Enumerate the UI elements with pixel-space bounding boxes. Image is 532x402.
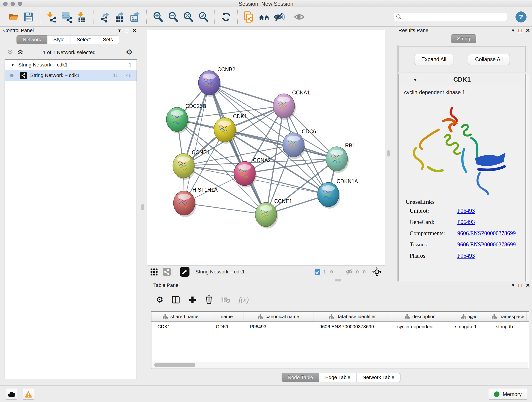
- node-label: CCNB1: [192, 149, 210, 155]
- cell-database-identifier: 9606.ENSP00000378699: [313, 322, 391, 332]
- cell-shared-name: CDK1: [152, 322, 210, 332]
- network-label: String Network – cdk1: [30, 72, 80, 78]
- crosslink-value-link[interactable]: 9606.ENSP00000378699: [457, 230, 516, 236]
- tab-network[interactable]: Network: [17, 35, 47, 44]
- column-header-description[interactable]: description: [391, 312, 449, 321]
- delete-table-icon: [221, 296, 231, 303]
- warning-button[interactable]: [23, 389, 34, 400]
- network-node-cdkn1a[interactable]: CDKN1A: [317, 178, 358, 209]
- tab-network-table[interactable]: Network Table: [356, 373, 400, 382]
- column-header-namespace[interactable]: namespace: [490, 312, 526, 321]
- save-floppy-icon: [23, 12, 34, 22]
- tab-string[interactable]: String: [451, 34, 476, 43]
- panel-float-icon[interactable]: □: [519, 27, 522, 34]
- export-image-button[interactable]: [128, 10, 141, 24]
- network-edge[interactable]: [184, 203, 266, 215]
- crosshair-icon[interactable]: [372, 267, 382, 277]
- expand-all-button[interactable]: Expand All: [414, 54, 453, 65]
- panel-close-icon[interactable]: ×: [526, 282, 530, 289]
- tab-style[interactable]: Style: [47, 35, 71, 44]
- results-scrollbar[interactable]: [526, 74, 529, 287]
- crosslink-value-link[interactable]: 9606.ENSP00000378699: [457, 241, 516, 248]
- tab-sets[interactable]: Sets: [97, 35, 119, 44]
- panel-float-icon[interactable]: □: [519, 282, 522, 289]
- birdseye-view-button[interactable]: [180, 267, 190, 277]
- zoom-fit-button[interactable]: [182, 10, 195, 24]
- refresh-button[interactable]: [220, 10, 233, 24]
- help-button[interactable]: ?: [515, 12, 526, 22]
- panel-float-icon[interactable]: □: [125, 27, 128, 34]
- column-header-database-identifier[interactable]: database identifier: [313, 312, 391, 321]
- save-session-button[interactable]: [22, 10, 35, 24]
- cell-namespace: stringdb: [490, 322, 526, 332]
- network-edge[interactable]: [184, 83, 209, 203]
- hide-selected-button[interactable]: [273, 10, 286, 24]
- refresh-icon: [221, 12, 231, 22]
- network-collection-row[interactable]: ▼ String Network – cdk1 1: [5, 60, 137, 70]
- tab-node-table[interactable]: Node Table: [282, 373, 319, 382]
- columns-icon[interactable]: [171, 295, 180, 304]
- table-hscrollbar[interactable]: [152, 362, 528, 368]
- left-splitter-handle[interactable]: [141, 204, 144, 211]
- search-icon: [396, 14, 402, 20]
- open-session-button[interactable]: [7, 10, 20, 24]
- network-node-cdk1[interactable]: CDK1: [214, 114, 247, 144]
- gear-icon[interactable]: ⚙: [156, 295, 163, 305]
- panel-collapse-icon[interactable]: ▾: [512, 282, 514, 289]
- memory-button[interactable]: Memory: [489, 389, 527, 400]
- network-edge[interactable]: [209, 83, 266, 215]
- grid-view-icon[interactable]: [150, 268, 158, 276]
- hscrollbar-thumb[interactable]: [154, 363, 196, 367]
- panel-close-icon[interactable]: ×: [526, 27, 530, 34]
- network-node-cdc25b[interactable]: CDC25B: [166, 103, 206, 133]
- column-header-canonical-name[interactable]: canonical name: [244, 312, 313, 321]
- import-network-database-button[interactable]: [60, 10, 73, 24]
- network-node-ccna1[interactable]: CCNA1: [273, 89, 310, 120]
- trash-icon[interactable]: [205, 295, 213, 304]
- selected-checkbox-icon[interactable]: [314, 269, 321, 275]
- show-all-button[interactable]: [293, 10, 306, 24]
- cloud-button[interactable]: [6, 389, 17, 400]
- hidden-eye-icon[interactable]: [345, 268, 353, 275]
- collapse-all-button[interactable]: Collapse All: [468, 54, 510, 65]
- tree-expand-icon[interactable]: ▼: [11, 63, 15, 67]
- export-network-button[interactable]: [98, 10, 111, 24]
- zoom-in-button[interactable]: [152, 10, 164, 24]
- network-node-hist1h1a[interactable]: HIST1H1A: [173, 187, 218, 217]
- import-table-button[interactable]: [75, 10, 88, 24]
- network-graph[interactable]: CCNB2 CCNA1 CDC25B CDK1 CDC6 RB1 CCNB1: [147, 30, 385, 265]
- network-node-rb1[interactable]: RB1: [326, 143, 355, 173]
- column-header--id[interactable]: @id: [449, 312, 490, 321]
- import-network-file-button[interactable]: [45, 10, 58, 24]
- table-tabs: Node TableEdge TableNetwork Table: [150, 373, 532, 382]
- network-canvas[interactable]: CCNB2 CCNA1 CDC25B CDK1 CDC6 RB1 CCNB1: [147, 30, 385, 265]
- protein-name: CDK1: [399, 76, 525, 83]
- gear-icon[interactable]: ⚙: [126, 48, 133, 56]
- network-node-ccnb2[interactable]: CCNB2: [198, 66, 235, 97]
- duplicate-network-button[interactable]: [243, 10, 255, 24]
- duplicate-network-icon: [243, 11, 255, 23]
- crosslink-label: Compartments:: [410, 230, 457, 236]
- panel-collapse-icon[interactable]: ▾: [512, 27, 514, 34]
- crosslink-value-link[interactable]: P06493: [457, 208, 475, 214]
- add-icon[interactable]: [188, 295, 197, 304]
- first-neighbors-button[interactable]: [258, 10, 271, 24]
- tab-select[interactable]: Select: [71, 35, 97, 44]
- panel-close-icon[interactable]: ×: [133, 27, 136, 34]
- table-row[interactable]: CDK1CDK1P064939606.ENSP00000378699cyclin…: [152, 322, 529, 332]
- zoom-out-button[interactable]: [167, 10, 179, 24]
- network-row-selected[interactable]: String Network – cdk1 11 48: [5, 70, 137, 81]
- search-input[interactable]: [394, 13, 507, 21]
- column-header-name[interactable]: name: [210, 312, 244, 321]
- zoom-selected-button[interactable]: [197, 10, 210, 24]
- right-splitter-handle[interactable]: [387, 150, 390, 157]
- export-table-button[interactable]: [114, 10, 126, 24]
- node-label: CCNA2: [253, 157, 271, 163]
- column-header-shared-name[interactable]: shared name: [152, 312, 210, 321]
- panel-collapse-icon[interactable]: ▾: [118, 27, 121, 34]
- crosslink-value-link[interactable]: P06493: [457, 253, 475, 259]
- tab-edge-table[interactable]: Edge Table: [319, 373, 357, 382]
- share-network-icon[interactable]: [163, 268, 171, 276]
- crosslink-value-link[interactable]: P06493: [457, 219, 475, 225]
- node-label: RB1: [345, 143, 355, 148]
